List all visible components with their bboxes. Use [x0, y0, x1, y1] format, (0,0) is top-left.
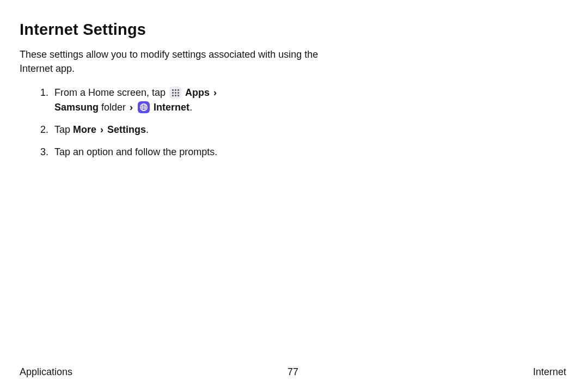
step-1-pre: From a Home screen, tap — [54, 87, 168, 98]
footer-left: Applications — [20, 366, 72, 378]
intro-paragraph: These settings allow you to modify setti… — [20, 47, 324, 76]
step-3: Tap an option and follow the prompts. — [51, 145, 324, 160]
page-title: Internet Settings — [20, 21, 566, 39]
settings-label: Settings — [107, 124, 146, 135]
footer-right: Internet — [533, 366, 566, 378]
step-2: Tap More › Settings. — [51, 122, 324, 137]
apps-label: Apps — [185, 87, 210, 98]
manual-page: Internet Settings These settings allow y… — [0, 0, 588, 392]
samsung-label: Samsung — [54, 102, 99, 113]
step-1: From a Home screen, tap Apps › Samsung f… — [51, 85, 324, 115]
more-label: More — [73, 124, 96, 135]
internet-icon — [138, 101, 150, 113]
folder-text: folder — [101, 102, 128, 113]
chevron-icon: › — [99, 124, 105, 135]
apps-icon — [169, 87, 181, 99]
chevron-icon: › — [128, 102, 134, 113]
step-2-period: . — [146, 124, 149, 135]
footer-page-number: 77 — [287, 366, 298, 378]
internet-label: Internet — [154, 102, 189, 113]
chevron-icon: › — [212, 87, 218, 98]
step-2-pre: Tap — [54, 124, 73, 135]
step-1-period: . — [189, 102, 192, 113]
steps-list: From a Home screen, tap Apps › Samsung f… — [20, 85, 324, 160]
page-footer: Applications 77 Internet — [20, 366, 566, 378]
